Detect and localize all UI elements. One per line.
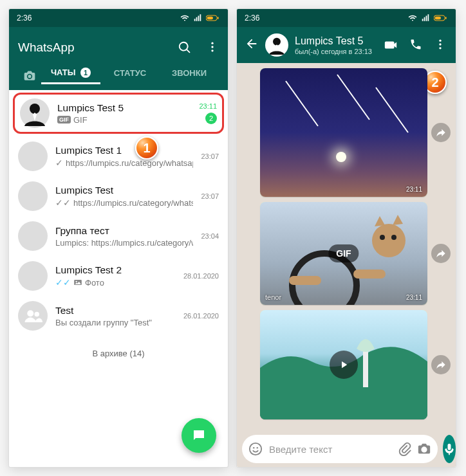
svg-rect-10	[435, 17, 441, 20]
chat-name: Test	[55, 305, 176, 316]
forward-icon	[436, 360, 446, 370]
emoji-icon[interactable]	[248, 442, 263, 456]
chat-name: Lumpics Test 5	[57, 102, 191, 114]
chat-time: 23:11	[199, 102, 217, 110]
chat-name: Lumpics Test 1	[55, 145, 193, 156]
attach-icon[interactable]	[398, 442, 412, 456]
gif-message[interactable]: GIF tenor 23:11	[260, 202, 427, 305]
contact-name: Lumpics Test 5	[295, 35, 380, 47]
chat-name: Lumpics Test	[55, 185, 193, 196]
tab-calls[interactable]: ЗВОНКИ	[160, 68, 219, 84]
mic-button[interactable]	[443, 435, 456, 463]
svg-point-28	[257, 447, 258, 448]
meteor-icon	[260, 68, 427, 197]
gif-source: tenor	[265, 293, 281, 301]
battery-icon	[206, 14, 220, 23]
message-input[interactable]	[268, 443, 393, 455]
back-button[interactable]	[242, 34, 261, 56]
forward-button[interactable]	[431, 123, 451, 142]
status-time: 2:36	[17, 14, 32, 23]
gif-chip: GIF	[57, 116, 71, 124]
more-icon[interactable]	[434, 38, 447, 51]
chat-preview: Вы создали группу "Test"	[55, 318, 176, 327]
tab-status[interactable]: СТАТУС	[100, 68, 160, 84]
tab-chats-label: ЧАТЫ	[51, 68, 76, 77]
avatar	[18, 142, 48, 171]
chat-list: Lumpics Test 5 GIF GIF 23:11 2 1 Lumpics	[9, 90, 228, 467]
chat-name: Группа тест	[55, 225, 193, 237]
chat-row[interactable]: Lumpics Test 1 ✓ https://lumpics.ru/cate…	[9, 136, 228, 176]
play-icon	[338, 359, 350, 371]
photo-icon	[73, 278, 82, 287]
person-suit-icon	[267, 35, 286, 55]
svg-point-4	[211, 46, 213, 48]
signal-icon	[421, 14, 430, 23]
play-button[interactable]	[330, 351, 358, 379]
camera-icon[interactable]	[417, 442, 431, 456]
svg-point-27	[253, 447, 254, 448]
svg-point-12	[273, 38, 281, 46]
svg-point-7	[27, 310, 33, 316]
call-icon[interactable]	[409, 38, 422, 51]
video-call-icon[interactable]	[384, 38, 398, 52]
gif-thumb: GIF tenor 23:11	[260, 202, 427, 305]
chat-time: 23:07	[201, 192, 219, 200]
message-row: 23:11	[242, 68, 451, 197]
wifi-icon	[180, 14, 189, 23]
search-icon[interactable]	[178, 41, 192, 55]
svg-point-20	[380, 235, 385, 240]
svg-line-16	[286, 81, 318, 126]
tab-bar: ЧАТЫ 1 СТАТУС ЗВОНКИ	[18, 62, 219, 90]
camera-icon	[23, 69, 36, 82]
status-icons	[408, 14, 448, 23]
conversation-header: Lumpics Test 5 был(-а) сегодня в 23:13	[237, 27, 456, 63]
avatar	[18, 221, 48, 251]
chat-time: 28.01.2020	[183, 272, 219, 280]
chat-name: Lumpics Test 2	[55, 264, 176, 276]
group-icon	[23, 306, 42, 325]
svg-rect-11	[445, 17, 447, 19]
video-message[interactable]	[260, 310, 427, 419]
chat-preview: ✓✓ Фото	[55, 277, 176, 288]
image-thumb: 23:11	[260, 68, 427, 197]
archive-link[interactable]: В архиве (14)	[9, 336, 228, 371]
chat-time: 26.01.2020	[183, 312, 219, 320]
status-bar: 2:36	[9, 9, 228, 27]
app-title: WhatsApp	[18, 41, 75, 55]
avatar	[18, 181, 48, 211]
tick-double-icon: ✓✓	[55, 197, 71, 208]
chat-preview: GIF GIF	[57, 115, 191, 125]
mic-icon	[443, 443, 456, 455]
new-chat-fab[interactable]	[182, 418, 216, 453]
forward-button[interactable]	[431, 244, 451, 263]
unread-badge: 2	[205, 113, 217, 124]
chat-row[interactable]: Lumpics Test 2 ✓✓ Фото 28.01.2020	[9, 256, 228, 296]
tick-read-icon: ✓✓	[55, 277, 71, 288]
chat-time: 23:07	[201, 152, 219, 160]
person-suit-icon	[22, 100, 48, 126]
chat-row[interactable]: Test Вы создали группу "Test" 26.01.2020	[9, 296, 228, 336]
forward-icon	[436, 127, 446, 138]
more-icon[interactable]	[206, 41, 219, 53]
status-icons	[180, 14, 220, 23]
image-message[interactable]: 23:11	[260, 68, 427, 197]
svg-point-3	[211, 42, 213, 44]
chat-row[interactable]: Группа тест Lumpics: https://lumpics.ru/…	[9, 216, 228, 256]
message-icon	[191, 428, 207, 443]
battery-icon	[434, 14, 448, 23]
tab-chats[interactable]: ЧАТЫ 1	[41, 68, 100, 84]
avatar[interactable]	[265, 33, 288, 57]
camera-tab[interactable]	[18, 69, 41, 82]
message-row	[242, 310, 451, 419]
svg-line-17	[337, 75, 369, 120]
message-list[interactable]: 23:11	[237, 63, 456, 431]
svg-point-21	[391, 235, 396, 240]
phone-conversation: 2:36 Lumpics Test 5 был(-а) сегодня в 23…	[237, 9, 456, 467]
wifi-icon	[408, 14, 417, 23]
svg-line-18	[376, 87, 408, 133]
chat-row[interactable]: Lumpics Test 5 GIF GIF 23:11 2	[13, 93, 224, 134]
forward-button[interactable]	[431, 355, 451, 374]
chat-row[interactable]: Lumpics Test ✓✓ https://lumpics.ru/categ…	[9, 176, 228, 216]
svg-point-15	[439, 47, 441, 49]
header-info[interactable]: Lumpics Test 5 был(-а) сегодня в 23:13	[295, 35, 380, 55]
